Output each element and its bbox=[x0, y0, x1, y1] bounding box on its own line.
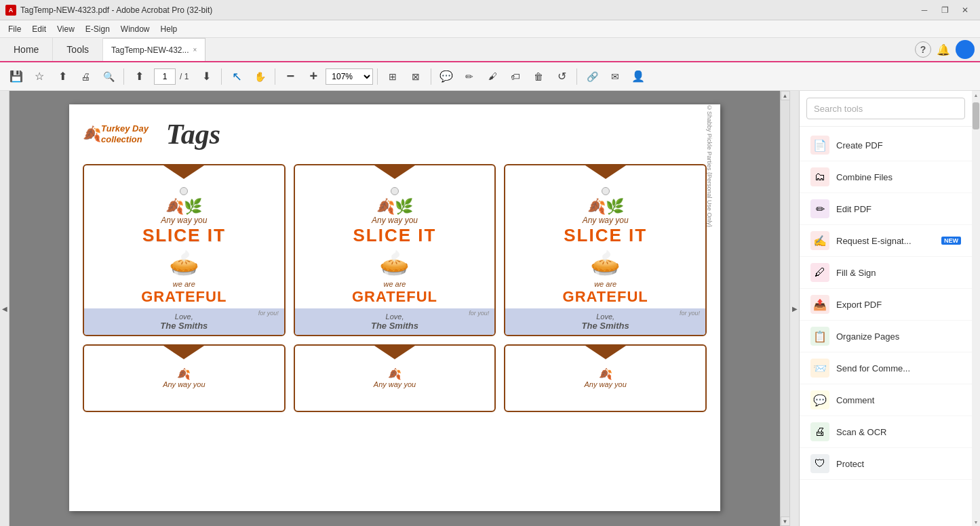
zoom-in-button[interactable]: + bbox=[302, 66, 324, 87]
pdf-vertical-scrollbar[interactable]: ▲ ▼ bbox=[780, 91, 789, 526]
left-panel-toggle[interactable]: ◀ bbox=[0, 91, 9, 526]
tag-decoration-leaves-1: 🍂🌿 bbox=[90, 198, 279, 216]
menu-esign[interactable]: E-Sign bbox=[80, 23, 115, 35]
zoom-dropdown[interactable]: 107%100%75%50% bbox=[326, 68, 373, 85]
tag-pie-icon-1: 🥧 bbox=[90, 249, 279, 277]
tag-content-1: 🍂🌿 Any way you SLICE IT 🥧 we are GRATEFU… bbox=[90, 187, 279, 335]
minimize-button[interactable]: ─ bbox=[915, 1, 934, 20]
tag-love-1: Love, bbox=[90, 312, 279, 321]
menu-help[interactable]: Help bbox=[155, 23, 183, 35]
tag-notch-2 bbox=[374, 165, 415, 179]
tool-icon-create-pdf: 📄 bbox=[810, 136, 829, 155]
pdf-header: 🍂 Turkey Day collection Tags bbox=[83, 118, 707, 150]
pen-button[interactable]: ✏ bbox=[458, 66, 480, 87]
brand-line1: Turkey Day bbox=[101, 123, 149, 134]
tool-label-request-esign: Request E-signat... bbox=[836, 236, 935, 246]
tools-list: 📄Create PDF🗂Combine Files✏Edit PDF✍Reque… bbox=[800, 127, 972, 526]
tool-icon-organize-pages: 📋 bbox=[810, 327, 829, 346]
menu-window[interactable]: Window bbox=[115, 23, 155, 35]
tool-icon-fill-sign: 🖊 bbox=[810, 263, 829, 282]
tool-icon-edit-pdf: ✏ bbox=[810, 199, 829, 218]
right-scroll-down-button[interactable]: ▼ bbox=[972, 518, 980, 526]
tool-item-organize-pages[interactable]: 📋Organize Pages bbox=[800, 321, 972, 352]
tool-item-combine-files[interactable]: 🗂Combine Files bbox=[800, 161, 972, 193]
menu-view[interactable]: View bbox=[52, 23, 80, 35]
tag-partial-1: 🍂 Any way you bbox=[83, 344, 286, 412]
tab-file[interactable]: TagTemp-NEW-432... × bbox=[103, 38, 205, 61]
save-button[interactable]: 💾 bbox=[5, 66, 27, 87]
tag-partial-notch-2 bbox=[374, 346, 415, 359]
right-panel-scrollbar[interactable]: ▲ ▼ bbox=[972, 91, 980, 526]
fit-page-button[interactable]: ⊞ bbox=[382, 66, 404, 87]
menu-file[interactable]: File bbox=[3, 23, 26, 35]
right-panel-toggle[interactable]: ▶ bbox=[789, 91, 799, 526]
close-button[interactable]: ✕ bbox=[956, 1, 975, 20]
tool-icon-comment: 💬 bbox=[810, 390, 829, 409]
scroll-down-button[interactable]: ▼ bbox=[781, 517, 790, 526]
tag-grateful-3: GRATEFUL bbox=[511, 288, 700, 306]
tool-item-send-comment[interactable]: 📨Send for Comme... bbox=[800, 352, 972, 384]
tags-grid-row2: 🍂 Any way you 🍂 Any way you bbox=[83, 344, 707, 412]
window-title: TagTemp-NEW-4323.pdf - Adobe Acrobat Pro… bbox=[20, 5, 212, 15]
stamp-button[interactable]: 🏷 bbox=[505, 66, 526, 87]
comment-button[interactable]: 💬 bbox=[435, 66, 457, 87]
toolbar-separator-6 bbox=[576, 68, 577, 85]
tag-main-text-3: SLICE IT bbox=[511, 225, 700, 246]
tool-label-combine-files: Combine Files bbox=[836, 172, 961, 182]
tab-home[interactable]: Home bbox=[0, 38, 53, 61]
zoom-out-button[interactable]: − bbox=[279, 66, 301, 87]
tag-partial-content-2: 🍂 Any way you bbox=[300, 367, 490, 388]
restore-button[interactable]: ❐ bbox=[935, 1, 954, 20]
toolbar-separator-5 bbox=[431, 68, 431, 85]
tag-grateful-prefix-2: we are bbox=[300, 280, 490, 288]
email-button[interactable]: ✉ bbox=[604, 66, 626, 87]
bookmark-button[interactable]: ☆ bbox=[28, 66, 50, 87]
hand-tool-button[interactable]: ✋ bbox=[249, 66, 271, 87]
pdf-scrollable[interactable]: ©Shabby Pickle Parties {Personal Use Onl… bbox=[9, 91, 780, 526]
tag-content-2: 🍂🌿 Any way you SLICE IT 🥧 we are GRATEFU… bbox=[300, 187, 490, 335]
tab-tools[interactable]: Tools bbox=[53, 38, 103, 61]
rotate-button[interactable]: ↺ bbox=[551, 66, 572, 87]
fit-page-button2[interactable]: ⊠ bbox=[405, 66, 427, 87]
page-number-input[interactable]: 1 bbox=[154, 68, 176, 85]
tool-item-comment[interactable]: 💬Comment bbox=[800, 384, 972, 416]
window-controls[interactable]: ─ ❐ ✕ bbox=[915, 1, 975, 20]
right-scroll-up-button[interactable]: ▲ bbox=[972, 91, 980, 99]
tool-item-protect[interactable]: 🛡Protect bbox=[800, 448, 972, 480]
tag-foryou-1: for you! bbox=[258, 310, 279, 317]
next-page-button[interactable]: ⬇ bbox=[195, 66, 217, 87]
tag-card-1: 🍂🌿 Any way you SLICE IT 🥧 we are GRATEFU… bbox=[83, 164, 286, 336]
upload-button[interactable]: ⬆ bbox=[52, 66, 73, 87]
cursor-tool-button[interactable]: ↖ bbox=[226, 66, 248, 87]
scroll-up-button[interactable]: ▲ bbox=[781, 91, 790, 100]
tag-main-text-1: SLICE IT bbox=[90, 225, 279, 246]
delete-button[interactable]: 🗑 bbox=[528, 66, 549, 87]
menu-edit[interactable]: Edit bbox=[26, 23, 52, 35]
tool-item-export-pdf[interactable]: 📤Export PDF bbox=[800, 289, 972, 321]
menu-bar: File Edit View E-Sign Window Help bbox=[0, 20, 980, 38]
search-button[interactable]: 🔍 bbox=[98, 66, 119, 87]
print-button[interactable]: 🖨 bbox=[75, 66, 96, 87]
tool-item-scan-ocr[interactable]: 🖨Scan & OCR bbox=[800, 416, 972, 448]
tool-label-scan-ocr: Scan & OCR bbox=[836, 427, 961, 437]
link-button[interactable]: 🔗 bbox=[581, 66, 603, 87]
search-tools-input[interactable] bbox=[806, 98, 965, 119]
tool-item-create-pdf[interactable]: 📄Create PDF bbox=[800, 129, 972, 161]
zoom-select[interactable]: 107%100%75%50% bbox=[326, 68, 373, 85]
help-icon-button[interactable]: ? bbox=[915, 41, 931, 58]
brand-leaf-icon: 🍂 bbox=[83, 125, 101, 143]
tool-icon-export-pdf: 📤 bbox=[810, 295, 829, 314]
user-avatar[interactable] bbox=[956, 40, 975, 59]
prev-page-button[interactable]: ⬆ bbox=[128, 66, 150, 87]
notification-bell-button[interactable]: 🔔 bbox=[934, 40, 953, 59]
highlight-button[interactable]: 🖌 bbox=[482, 66, 503, 87]
right-scroll-track[interactable] bbox=[972, 99, 980, 518]
tool-item-fill-sign[interactable]: 🖊Fill & Sign bbox=[800, 257, 972, 289]
tool-item-request-esign[interactable]: ✍Request E-signat...NEW bbox=[800, 225, 972, 257]
app-icon: A bbox=[5, 5, 16, 16]
right-scroll-thumb[interactable] bbox=[973, 102, 979, 129]
tool-item-edit-pdf[interactable]: ✏Edit PDF bbox=[800, 193, 972, 225]
tag-pie-icon-3: 🥧 bbox=[511, 249, 700, 277]
account-button[interactable]: 👤 bbox=[627, 66, 649, 87]
tab-close-button[interactable]: × bbox=[193, 46, 197, 54]
